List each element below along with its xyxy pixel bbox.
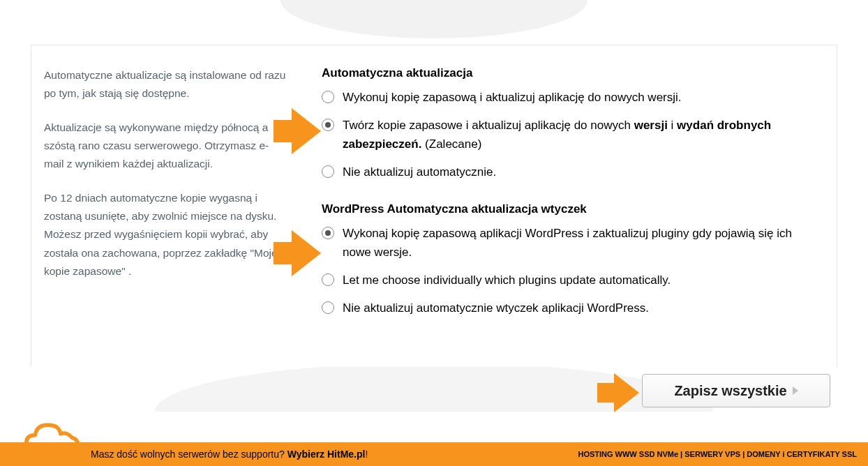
radio-label: Wykonaj kopię zapasową aplikacji WordPre… <box>343 225 817 262</box>
radio-icon <box>322 119 334 131</box>
radio-option-new-versions[interactable]: Wykonuj kopię zapasową i aktualizuj apli… <box>322 89 817 107</box>
radio-label: Nie aktualizuj automatycznie wtyczek apl… <box>343 299 649 317</box>
radio-icon <box>322 301 334 314</box>
radio-option-recommended[interactable]: Twórz kopie zapasowe i aktualizuj aplika… <box>322 116 817 153</box>
footer-left-text: Masz dość wolnych serwerów bez supportu?… <box>91 449 368 460</box>
radio-icon <box>322 165 334 178</box>
plugin-update-title: WordPress Automatyczna aktualizacja wtyc… <box>322 202 817 216</box>
pointer-arrow-icon <box>292 108 321 154</box>
auto-update-group: Wykonuj kopię zapasową i aktualizuj apli… <box>322 89 817 181</box>
save-all-button[interactable]: Zapisz wszystkie <box>642 374 830 407</box>
radio-option-no-auto[interactable]: Nie aktualizuj automatycznie. <box>322 163 817 181</box>
radio-label: Twórz kopie zapasowe i aktualizuj aplika… <box>343 116 817 153</box>
options-column: Automatyczna aktualizacja Wykonuj kopię … <box>322 66 817 339</box>
info-paragraph: Po 12 dniach automatyczne kopie wygasną … <box>44 189 288 281</box>
plugin-update-group: Wykonaj kopię zapasową aplikacji WordPre… <box>322 225 817 317</box>
settings-panel: Automatyczne aktualizacje są instalowane… <box>31 45 837 367</box>
pointer-arrow-icon <box>614 373 639 412</box>
pointer-arrow-icon <box>292 230 321 276</box>
auto-update-title: Automatyczna aktualizacja <box>322 66 817 80</box>
radio-label: Let me choose individually which plugins… <box>343 271 671 290</box>
footer-right-text: HOSTING WWW SSD NVMe | SERWERY VPS | DOM… <box>578 450 857 458</box>
radio-icon <box>322 227 334 239</box>
radio-icon <box>322 273 334 286</box>
info-column: Automatyczne aktualizacje są instalowane… <box>44 66 288 339</box>
radio-option-plugin-none[interactable]: Nie aktualizuj automatycznie wtyczek apl… <box>322 299 817 317</box>
footer-banner: Masz dość wolnych serwerów bez supportu?… <box>0 442 868 466</box>
decorative-top-arc <box>280 0 588 38</box>
radio-option-plugin-choose[interactable]: Let me choose individually which plugins… <box>322 271 817 290</box>
radio-icon <box>322 91 334 103</box>
play-triangle-icon <box>793 386 798 395</box>
radio-option-plugin-auto[interactable]: Wykonaj kopię zapasową aplikacji WordPre… <box>322 225 817 262</box>
radio-label: Wykonuj kopię zapasową i aktualizuj apli… <box>343 89 682 107</box>
info-paragraph: Automatyczne aktualizacje są instalowane… <box>44 66 288 103</box>
radio-label: Nie aktualizuj automatycznie. <box>343 163 496 181</box>
info-paragraph: Aktualizacje są wykonywane między północ… <box>44 119 288 174</box>
save-button-label: Zapisz wszystkie <box>674 383 786 399</box>
